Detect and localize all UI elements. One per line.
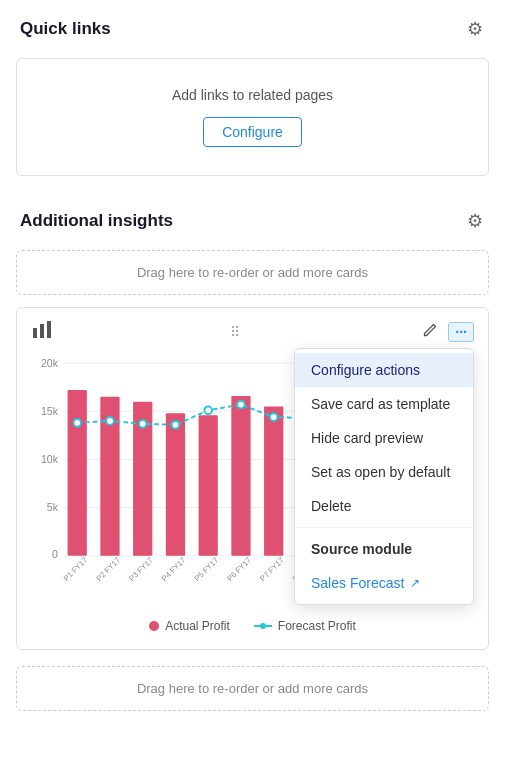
drag-handle-icon: ⠿	[230, 324, 242, 340]
svg-text:0: 0	[52, 548, 58, 560]
legend-forecast-label: Forecast Profit	[278, 619, 356, 633]
svg-text:P3 FY17: P3 FY17	[127, 556, 155, 584]
svg-text:15k: 15k	[41, 405, 59, 417]
quick-links-header: Quick links ⚙	[0, 0, 505, 58]
dropdown-divider	[295, 527, 473, 528]
dropdown-item-save-template[interactable]: Save card as template	[295, 387, 473, 421]
quick-links-title: Quick links	[20, 19, 111, 39]
svg-point-28	[139, 420, 147, 428]
svg-point-32	[270, 413, 278, 421]
svg-rect-19	[264, 406, 283, 555]
legend-actual: Actual Profit	[149, 619, 230, 633]
chart-legend: Actual Profit Forecast Profit	[31, 619, 474, 633]
drag-zone-bottom: Drag here to re-order or add more cards	[16, 666, 489, 711]
svg-rect-18	[231, 396, 250, 556]
dropdown-item-source-module: Source module	[295, 532, 473, 566]
quick-links-section: Quick links ⚙ Add links to related pages…	[0, 0, 505, 176]
svg-rect-2	[47, 321, 51, 338]
svg-rect-17	[199, 415, 218, 556]
gear-icon: ⚙	[467, 19, 483, 39]
svg-text:P6 FY17: P6 FY17	[225, 556, 253, 584]
additional-insights-header: Additional insights ⚙	[0, 192, 505, 250]
svg-text:10k: 10k	[41, 453, 59, 465]
configure-button[interactable]: Configure	[203, 117, 302, 147]
dropdown-menu: Configure actions Save card as template …	[294, 348, 474, 605]
svg-text:P4 FY17: P4 FY17	[160, 556, 188, 584]
svg-rect-0	[33, 328, 37, 338]
dropdown-item-delete[interactable]: Delete	[295, 489, 473, 523]
dropdown-item-configure-actions[interactable]: Configure actions	[295, 353, 473, 387]
legend-actual-dot	[149, 621, 159, 631]
svg-text:P7 FY17: P7 FY17	[258, 556, 286, 584]
gear-icon: ⚙	[467, 211, 483, 231]
chart-toolbar: ⠿ ··· Configure actions Save card as tem…	[31, 318, 474, 345]
svg-rect-16	[166, 413, 185, 556]
svg-text:P5 FY17: P5 FY17	[193, 556, 221, 584]
svg-point-27	[106, 417, 114, 425]
quick-links-card: Add links to related pages Configure	[16, 58, 489, 176]
drag-zone-top: Drag here to re-order or add more cards	[16, 250, 489, 295]
additional-insights-gear-button[interactable]: ⚙	[465, 208, 485, 234]
dropdown-item-sales-forecast[interactable]: Sales Forecast ↗	[295, 566, 473, 600]
more-options-button[interactable]: ···	[448, 322, 474, 342]
legend-forecast-line	[254, 625, 272, 627]
svg-text:5k: 5k	[47, 501, 59, 513]
svg-point-29	[172, 421, 180, 429]
additional-insights-section: Additional insights ⚙ Drag here to re-or…	[0, 192, 505, 711]
toolbar-actions: ··· Configure actions Save card as templ…	[418, 320, 474, 344]
dropdown-item-hide-preview[interactable]: Hide card preview	[295, 421, 473, 455]
legend-forecast: Forecast Profit	[254, 619, 356, 633]
svg-point-31	[237, 401, 245, 409]
edit-button[interactable]	[418, 320, 442, 344]
chart-card: ⠿ ··· Configure actions Save card as tem…	[16, 307, 489, 650]
svg-rect-13	[68, 390, 87, 556]
bar-chart-icon	[31, 318, 53, 345]
svg-text:20k: 20k	[41, 357, 59, 369]
additional-insights-title: Additional insights	[20, 211, 173, 231]
dropdown-item-set-open[interactable]: Set as open by default	[295, 455, 473, 489]
external-link-icon: ↗	[410, 576, 420, 590]
svg-rect-1	[40, 324, 44, 338]
svg-text:P1 FY17: P1 FY17	[62, 556, 90, 584]
add-links-text: Add links to related pages	[37, 87, 468, 103]
svg-text:P2 FY17: P2 FY17	[94, 556, 122, 584]
svg-point-30	[204, 406, 212, 414]
svg-point-26	[73, 419, 81, 427]
legend-actual-label: Actual Profit	[165, 619, 230, 633]
quick-links-gear-button[interactable]: ⚙	[465, 16, 485, 42]
